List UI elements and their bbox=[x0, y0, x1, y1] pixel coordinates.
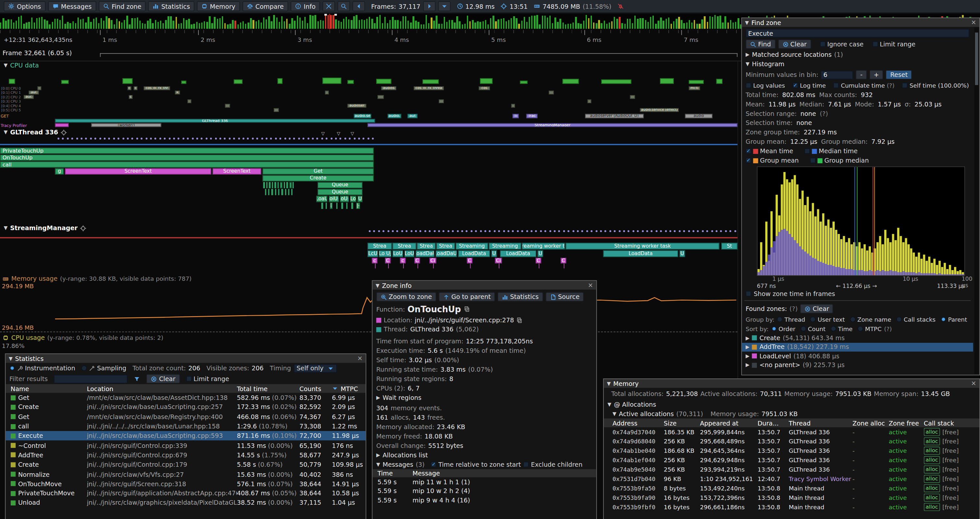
message-dot[interactable] bbox=[155, 137, 157, 140]
cpu-context-segment[interactable] bbox=[325, 91, 329, 94]
options-button[interactable]: Options bbox=[4, 1, 45, 11]
zone-segment[interactable]: aut bbox=[407, 114, 418, 118]
cpu-context-segment[interactable]: audio.service (effect) bbox=[640, 108, 679, 112]
zone-segment[interactable]: Lo bbox=[350, 196, 356, 202]
message-dot[interactable] bbox=[577, 230, 579, 232]
copy-icon[interactable] bbox=[463, 306, 469, 312]
message-dot[interactable] bbox=[298, 137, 300, 140]
message-dot[interactable] bbox=[229, 137, 231, 140]
streaming-header[interactable]: ▼ StreamingManager bbox=[4, 225, 87, 232]
zoom-to-zone-button[interactable]: Zoom to zone bbox=[376, 292, 436, 302]
collapse-icon[interactable]: ▼ bbox=[746, 61, 749, 67]
zone-segment[interactable]: LoadData bbox=[603, 250, 678, 257]
zone-segment[interactable]: OnTouchUp bbox=[0, 155, 374, 161]
cpu-zone-bar[interactable] bbox=[480, 78, 493, 84]
message-dot[interactable] bbox=[317, 137, 318, 140]
message-dot[interactable] bbox=[275, 137, 277, 140]
allocations-table-header[interactable]: AddressSizeAppeared atDura...ThreadZone … bbox=[604, 418, 979, 427]
group-by-zone-name[interactable]: Zone name bbox=[850, 316, 891, 323]
message-dot[interactable] bbox=[256, 137, 258, 140]
zone-segment[interactable]: Get bbox=[262, 168, 374, 174]
zone-segment[interactable]: Queue bbox=[318, 182, 363, 188]
message-dot[interactable] bbox=[238, 137, 240, 140]
zone-segment[interactable]: ScreenText bbox=[212, 168, 261, 174]
zone-segment[interactable]: C bbox=[561, 258, 566, 263]
message-dot[interactable] bbox=[141, 137, 143, 140]
radio-icon[interactable] bbox=[850, 316, 856, 322]
zone-segment[interactable]: LoadDaU bbox=[416, 250, 434, 257]
message-dot[interactable] bbox=[302, 137, 304, 140]
message-dot[interactable] bbox=[480, 230, 482, 232]
checkbox-icon[interactable] bbox=[746, 158, 751, 163]
message-dot[interactable] bbox=[196, 137, 198, 140]
zone-segment[interactable]: |- bbox=[356, 203, 360, 209]
message-dot[interactable] bbox=[730, 230, 732, 232]
alloc-callstack-button[interactable]: alloc bbox=[924, 428, 940, 436]
message-dot[interactable] bbox=[503, 230, 505, 232]
message-dot[interactable] bbox=[512, 230, 514, 232]
find-zone-button[interactable]: Find zone bbox=[99, 1, 146, 11]
checkbox-icon[interactable] bbox=[746, 291, 751, 296]
source-button[interactable]: Source bbox=[546, 292, 584, 302]
radio-icon[interactable] bbox=[940, 316, 946, 322]
cpu-context-segment[interactable]: c bbox=[127, 86, 131, 90]
free-callstack-button[interactable]: [free] bbox=[942, 466, 959, 473]
message-dot[interactable] bbox=[683, 230, 685, 232]
allocation-row[interactable]: 0x74a9d68040256 KB295,668,489ns13:50.7GL… bbox=[604, 436, 979, 446]
message-dot[interactable] bbox=[424, 230, 426, 232]
zone-segment[interactable]: audio bbox=[685, 114, 713, 118]
zone-segment[interactable]: LcU bbox=[368, 250, 378, 257]
stats-row[interactable]: Normalizejni/../jni/src/claw/vfs/Vfs.cpp… bbox=[5, 469, 366, 479]
cpu-zone-bar[interactable] bbox=[601, 80, 632, 84]
message-dot[interactable] bbox=[457, 230, 458, 232]
close-icon[interactable]: × bbox=[971, 380, 976, 386]
zone-segment[interactable]: LoUp bbox=[340, 196, 348, 202]
col-total-time[interactable]: Total time bbox=[237, 385, 299, 392]
message-dot[interactable] bbox=[72, 137, 73, 140]
bell-slash-icon[interactable] bbox=[618, 3, 624, 10]
message-dot[interactable] bbox=[526, 230, 528, 232]
crosshair-icon[interactable] bbox=[60, 129, 67, 135]
message-dot[interactable] bbox=[466, 230, 468, 232]
message-dot[interactable] bbox=[558, 230, 560, 232]
expand-icon[interactable]: ▶ bbox=[746, 353, 749, 359]
log-time-checkbox[interactable]: Log time bbox=[792, 82, 826, 89]
zone-segment[interactable]: U bbox=[491, 250, 497, 257]
go-to-parent-button[interactable]: Go to parent bbox=[439, 292, 495, 302]
message-dot[interactable] bbox=[438, 230, 440, 232]
message-dot[interactable] bbox=[90, 137, 92, 140]
message-dot[interactable] bbox=[67, 137, 69, 140]
checkbox-icon[interactable] bbox=[746, 149, 751, 154]
tools-button[interactable] bbox=[322, 1, 335, 11]
zone-segment[interactable]: Streaming worker tas bbox=[522, 243, 565, 250]
message-dot[interactable] bbox=[113, 137, 115, 140]
help-icon[interactable]: (?) bbox=[789, 305, 797, 312]
free-callstack-button[interactable]: [free] bbox=[942, 503, 959, 510]
message-dot[interactable] bbox=[358, 137, 360, 140]
message-dot[interactable] bbox=[420, 230, 422, 232]
zone-segment[interactable]: LoiUp bbox=[329, 196, 339, 202]
message-dot[interactable] bbox=[192, 137, 194, 140]
sort-by-mtpc[interactable]: MTPC bbox=[858, 325, 881, 332]
alloc-address[interactable]: 0x7553b9fa50 bbox=[612, 485, 664, 492]
stats-row[interactable]: Createjni/../jni/src/claw/base/LuaScript… bbox=[5, 402, 366, 412]
zone-segment[interactable] bbox=[271, 189, 273, 195]
message-dot[interactable] bbox=[387, 230, 389, 232]
message-dot[interactable] bbox=[489, 230, 491, 232]
matched-locations-toggle[interactable]: ▶ Matched source locations (1) bbox=[742, 50, 973, 59]
cpu-context-segment[interactable]: cds_ol_rx_thr bbox=[144, 86, 170, 90]
find-zone-query-input[interactable] bbox=[746, 29, 969, 38]
collapse-icon[interactable]: ▼ bbox=[376, 462, 380, 467]
zone-segment[interactable]: C bbox=[467, 258, 473, 263]
message-row[interactable]: 5.59 smip 10 w 2 h 2 (4) bbox=[372, 486, 597, 495]
message-dot[interactable] bbox=[62, 137, 64, 140]
zone-segment[interactable]: Streaming bbox=[456, 243, 488, 250]
message-dot[interactable] bbox=[554, 230, 556, 232]
message-dot[interactable] bbox=[108, 137, 110, 140]
zone-segment[interactable] bbox=[288, 189, 289, 195]
free-callstack-button[interactable]: [free] bbox=[942, 447, 959, 454]
cpu-context-segment[interactable] bbox=[225, 104, 230, 107]
zone-segment[interactable] bbox=[321, 203, 323, 209]
message-dot[interactable] bbox=[623, 230, 625, 232]
reset-button[interactable]: Reset bbox=[886, 70, 912, 80]
